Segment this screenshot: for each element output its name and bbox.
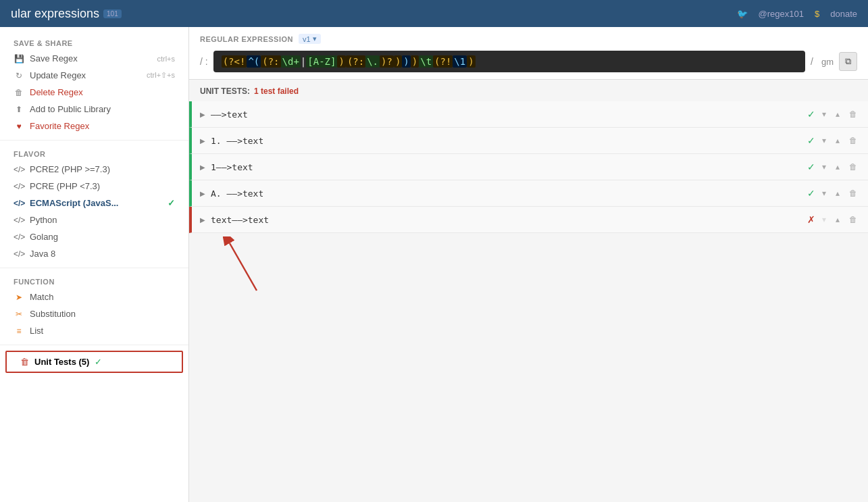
sidebar-item-substitution[interactable]: ✂ Substitution <box>0 305 188 322</box>
test-2-label: 1. ——>text <box>211 136 802 146</box>
version-badge[interactable]: v1 ▾ <box>299 34 321 44</box>
sidebar-item-delete[interactable]: 🗑 Delete Regex <box>0 84 188 101</box>
test-5-delete-btn[interactable]: 🗑 <box>846 214 860 226</box>
test-2-check-icon: ✓ <box>807 135 815 146</box>
regex-section: REGULAR EXPRESSION v1 ▾ / : (?<!^((?:\d+… <box>189 27 868 80</box>
content-area: REGULAR EXPRESSION v1 ▾ / : (?<!^((?:\d+… <box>189 27 868 502</box>
java8-icon: </> <box>14 249 24 259</box>
test-1-expand-icon[interactable]: ▶ <box>200 111 205 118</box>
sidebar-item-ecma[interactable]: </> ECMAScript (JavaS... ✓ <box>0 195 188 211</box>
sidebar-item-save[interactable]: 💾 Save Regex ctrl+s <box>0 50 188 67</box>
test-row-1: ▶ ——>text ✓ ▾ ▴ 🗑 <box>189 101 868 128</box>
unit-tests-check: ✓ <box>95 357 102 367</box>
test-2-up-btn[interactable]: ▴ <box>833 134 842 147</box>
favorite-icon: ♥ <box>14 122 24 131</box>
test-5-up-btn[interactable]: ▴ <box>833 214 842 226</box>
unit-tests-section-label: UNIT TESTS: <box>200 86 250 96</box>
save-share-title: SAVE & SHARE <box>0 35 188 50</box>
delete-icon: 🗑 <box>14 88 24 97</box>
regex-section-label: REGULAR EXPRESSION <box>200 35 293 43</box>
sidebar-item-golang[interactable]: </> Golang <box>0 228 188 245</box>
test-1-delete-btn[interactable]: 🗑 <box>846 108 860 120</box>
unit-tests-status: 1 test failed <box>254 86 299 96</box>
divider-2 <box>0 268 188 268</box>
test-4-actions: ✓ ▾ ▴ 🗑 <box>807 187 860 199</box>
test-1-actions: ✓ ▾ ▴ 🗑 <box>807 108 860 120</box>
dollar-icon: $ <box>815 9 819 19</box>
test-2-expand-icon[interactable]: ▶ <box>200 137 205 145</box>
test-4-expand-icon[interactable]: ▶ <box>200 190 205 197</box>
test-4-check-icon: ✓ <box>807 188 815 199</box>
list-icon: ≡ <box>14 326 24 336</box>
test-5-down-btn[interactable]: ▾ <box>819 214 829 226</box>
sidebar-add-library-label: Add to Public Library <box>30 104 175 114</box>
flavor-title: FLAVOR <box>0 146 188 161</box>
header-left: ular expressions 101 <box>11 7 122 21</box>
regex-field[interactable]: (?<!^((?:\d+|[A-Z])(?:\.)?)))\t(?!\1) <box>213 51 805 72</box>
python-label: Python <box>30 215 175 225</box>
sidebar: SAVE & SHARE 💾 Save Regex ctrl+s ↻ Updat… <box>0 27 189 502</box>
test-2-down-btn[interactable]: ▾ <box>819 134 829 147</box>
sidebar-item-python[interactable]: </> Python <box>0 211 188 228</box>
test-4-label: A. ——>text <box>211 189 802 199</box>
donate-link[interactable]: donate <box>830 9 857 19</box>
pcre-label: PCRE (PHP <7.3) <box>30 181 175 191</box>
unit-tests-section: UNIT TESTS: 1 test failed ▶ ——>text ✓ ▾ … <box>189 80 868 502</box>
sidebar-item-favorite[interactable]: ♥ Favorite Regex <box>0 118 188 134</box>
test-row-5: ▶ text——>text ✗ ▾ ▴ 🗑 <box>189 207 868 233</box>
regex-flags: gm <box>821 57 834 67</box>
sidebar-item-list[interactable]: ≡ List <box>0 322 188 339</box>
test-3-delete-btn[interactable]: 🗑 <box>846 161 860 173</box>
sidebar-item-add-library[interactable]: ⬆ Add to Public Library <box>0 101 188 118</box>
test-4-down-btn[interactable]: ▾ <box>819 187 829 199</box>
list-label: List <box>30 326 175 336</box>
test-1-up-btn[interactable]: ▴ <box>833 108 842 120</box>
header-right: 🐦 @regex101 $ donate <box>737 9 857 19</box>
unit-tests-header: UNIT TESTS: 1 test failed <box>189 80 868 101</box>
unit-tests-label: Unit Tests (5) <box>34 357 89 367</box>
test-2-delete-btn[interactable]: 🗑 <box>846 134 860 147</box>
sidebar-delete-label: Delete Regex <box>30 87 175 97</box>
test-3-down-btn[interactable]: ▾ <box>819 161 829 173</box>
sidebar-update-label: Update Regex <box>30 70 141 80</box>
sidebar-favorite-label: Favorite Regex <box>30 121 175 131</box>
ecma-check-icon: ✓ <box>168 198 175 208</box>
test-1-down-btn[interactable]: ▾ <box>819 108 829 120</box>
sidebar-item-java8[interactable]: </> Java 8 <box>0 245 188 262</box>
unit-tests-icon: 🗑 <box>20 357 29 367</box>
test-5-x-icon: ✗ <box>807 214 815 225</box>
ecma-label: ECMAScript (JavaS... <box>30 198 162 208</box>
test-4-delete-btn[interactable]: 🗑 <box>846 187 860 199</box>
twitter-link[interactable]: @regex101 <box>759 9 804 19</box>
test-1-check-icon: ✓ <box>807 109 815 120</box>
test-4-up-btn[interactable]: ▴ <box>833 187 842 199</box>
sidebar-item-unit-tests[interactable]: 🗑 Unit Tests (5) ✓ <box>5 351 183 373</box>
regex-header: REGULAR EXPRESSION v1 ▾ <box>189 27 868 48</box>
sidebar-item-update[interactable]: ↻ Update Regex ctrl+⇧+s <box>0 67 188 84</box>
match-label: Match <box>30 292 175 302</box>
test-3-check-icon: ✓ <box>807 161 815 172</box>
sidebar-item-match[interactable]: ➤ Match <box>0 288 188 305</box>
test-5-actions: ✗ ▾ ▴ 🗑 <box>807 214 860 226</box>
version-chevron-icon: ▾ <box>313 34 317 43</box>
test-5-expand-icon[interactable]: ▶ <box>200 216 205 224</box>
sidebar-save-label: Save Regex <box>30 53 151 64</box>
save-icon: 💾 <box>14 54 24 64</box>
test-3-up-btn[interactable]: ▴ <box>833 161 842 173</box>
golang-icon: </> <box>14 232 24 242</box>
test-3-expand-icon[interactable]: ▶ <box>200 164 205 171</box>
ecma-icon: </> <box>14 199 24 208</box>
version-label: v1 <box>303 35 311 43</box>
pcre2-icon: </> <box>14 165 24 174</box>
java8-label: Java 8 <box>30 249 175 259</box>
svg-line-1 <box>230 243 257 291</box>
arrow-annotation <box>189 233 868 301</box>
test-5-label: text——>text <box>211 215 802 225</box>
app-header: ular expressions 101 🐦 @regex101 $ donat… <box>0 0 868 27</box>
test-1-label: ——>text <box>211 109 802 120</box>
pcre2-label: PCRE2 (PHP >=7.3) <box>30 164 175 174</box>
sidebar-item-pcre2[interactable]: </> PCRE2 (PHP >=7.3) <box>0 161 188 178</box>
sidebar-item-pcre[interactable]: </> PCRE (PHP <7.3) <box>0 178 188 195</box>
substitution-icon: ✂ <box>14 309 24 319</box>
copy-regex-button[interactable]: ⧉ <box>839 52 857 71</box>
